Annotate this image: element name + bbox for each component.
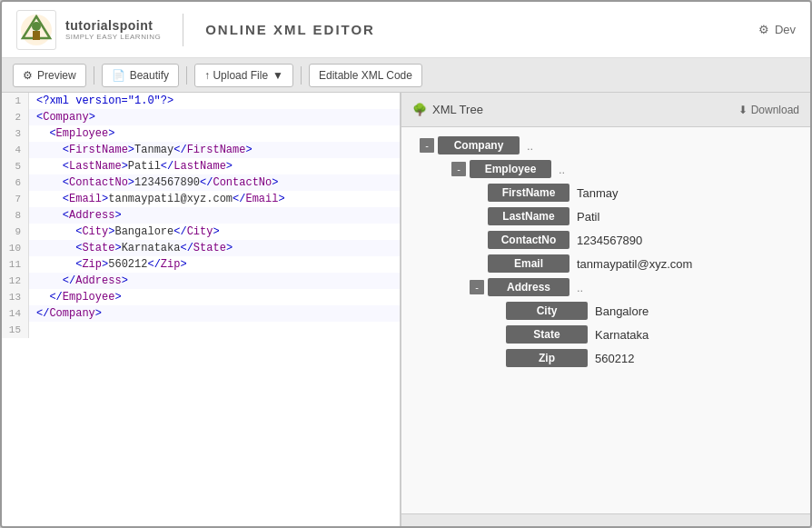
editable-xml-button[interactable]: Editable XML Code [309, 64, 422, 87]
chevron-down-icon: ▼ [272, 69, 283, 82]
beautify-button[interactable]: 📄 Beautify [102, 64, 179, 87]
line-number: 3 [2, 125, 29, 142]
node-tag: Zip [506, 349, 588, 367]
line-number: 2 [2, 109, 29, 125]
dotdot: .. [559, 163, 565, 176]
toolbar-sep-2 [186, 66, 187, 85]
line-number: 7 [2, 191, 29, 207]
line-number: 13 [2, 289, 29, 305]
main-content: 1<?xml version="1.0"?>2<Company>3 <Emplo… [2, 93, 810, 526]
dotdot: .. [577, 281, 583, 294]
node-value: tanmaypatil@xyz.com [577, 257, 692, 271]
tree-node: -Address.. [401, 278, 810, 296]
brand-tagline: SIMPLY EASY LEARNING [65, 33, 161, 41]
download-icon: ⬇ [738, 104, 748, 116]
code-line: 10 <State>Karnataka</State> [2, 240, 400, 256]
download-area[interactable]: ⬇ Download [738, 104, 799, 116]
header-right: ⚙ Dev [758, 23, 796, 36]
beautify-label: Beautify [130, 69, 169, 82]
line-content: </Address> [29, 273, 128, 289]
node-tag: City [506, 302, 588, 320]
tree-panel: 🌳 XML Tree ⬇ Download -Company..-Employe… [401, 93, 810, 526]
tree-node: -Employee.. [401, 160, 810, 178]
line-number: 8 [2, 207, 29, 224]
dev-label: Dev [775, 23, 796, 36]
settings-icon: ⚙ [23, 69, 33, 82]
tree-header: 🌳 XML Tree ⬇ Download [401, 93, 810, 127]
code-line: 7 <Email>tanmaypatil@xyz.com</Email> [2, 191, 400, 207]
node-value: 560212 [595, 352, 634, 365]
line-content: <Zip>560212</Zip> [29, 256, 187, 273]
line-content: <Employee> [29, 125, 114, 142]
line-number: 9 [2, 224, 29, 240]
collapse-button[interactable]: - [420, 138, 434, 153]
logo-icon [16, 10, 56, 50]
logo-area: tutorialspoint SIMPLY EASY LEARNING ONLI… [16, 10, 375, 50]
editable-xml-label: Editable XML Code [319, 69, 412, 82]
header-divider [183, 14, 183, 46]
node-tag: FirstName [488, 184, 569, 202]
node-tag: State [506, 325, 588, 344]
tree-scroll-bottom[interactable] [401, 513, 810, 526]
line-content: <Address> [29, 207, 122, 224]
node-tag: ContactNo [488, 231, 569, 249]
preview-button[interactable]: ⚙ Preview [13, 64, 86, 87]
header: tutorialspoint SIMPLY EASY LEARNING ONLI… [2, 2, 810, 58]
collapse-button[interactable]: - [451, 162, 466, 176]
tree-node: Zip560212 [401, 349, 810, 367]
brand-name: tutorialspoint [65, 18, 161, 33]
svg-point-3 [32, 22, 41, 31]
tree-node: Emailtanmaypatil@xyz.com [401, 254, 810, 273]
line-content: <Company> [29, 109, 95, 125]
node-tag: Email [488, 254, 569, 273]
node-value: Karnataka [595, 328, 649, 342]
tree-body: -Company..-Employee..FirstNameTanmayLast… [401, 127, 810, 513]
line-number: 14 [2, 305, 29, 322]
code-line: 14</Company> [2, 305, 400, 322]
code-line: 5 <LastName>Patil</LastName> [2, 158, 400, 174]
node-value: 1234567890 [577, 234, 642, 247]
collapse-button[interactable]: - [470, 280, 484, 294]
preview-label: Preview [37, 69, 76, 82]
line-content: <?xml version="1.0"?> [29, 93, 173, 109]
tree-node: FirstNameTanmay [401, 184, 810, 202]
gear-icon: ⚙ [758, 23, 769, 36]
brand-text: tutorialspoint SIMPLY EASY LEARNING [65, 18, 161, 41]
line-content: <State>Karnataka</State> [29, 240, 233, 256]
line-number: 5 [2, 158, 29, 174]
code-line: 3 <Employee> [2, 125, 400, 142]
tree-header-left: 🌳 XML Tree [412, 103, 483, 116]
line-number: 6 [2, 174, 29, 191]
line-content: <City>Bangalore</City> [29, 224, 220, 240]
node-tag: Company [438, 136, 520, 154]
code-line: 12 </Address> [2, 273, 400, 289]
tree-label: XML Tree [432, 103, 483, 116]
upload-label: ↑ Upload File [204, 69, 268, 82]
line-number: 12 [2, 273, 29, 289]
upload-button[interactable]: ↑ Upload File ▼ [194, 64, 293, 87]
tree-node: ContactNo1234567890 [401, 231, 810, 249]
code-line: 11 <Zip>560212</Zip> [2, 256, 400, 273]
code-panel[interactable]: 1<?xml version="1.0"?>2<Company>3 <Emplo… [2, 93, 401, 526]
node-value: Tanmay [577, 186, 619, 200]
code-line: 15 [2, 322, 400, 338]
line-number: 15 [2, 322, 29, 338]
code-line: 6 <ContactNo>1234567890</ContactNo> [2, 174, 400, 191]
tree-node: CityBangalore [401, 302, 810, 320]
code-line: 4 <FirstName>Tanmay</FirstName> [2, 142, 400, 158]
code-line: 9 <City>Bangalore</City> [2, 224, 400, 240]
tree-node: LastNamePatil [401, 207, 810, 225]
line-content: <ContactNo>1234567890</ContactNo> [29, 174, 278, 191]
toolbar-sep-3 [301, 66, 302, 85]
node-tag: Employee [470, 160, 551, 178]
svg-rect-2 [33, 31, 40, 40]
line-number: 10 [2, 240, 29, 256]
app-title: ONLINE XML EDITOR [205, 22, 375, 37]
line-number: 1 [2, 93, 29, 109]
line-content: <FirstName>Tanmay</FirstName> [29, 142, 253, 158]
node-tag: LastName [488, 207, 569, 225]
line-number: 4 [2, 142, 29, 158]
toolbar-sep-1 [94, 66, 94, 85]
code-line: 8 <Address> [2, 207, 400, 224]
code-line: 13 </Employee> [2, 289, 400, 305]
